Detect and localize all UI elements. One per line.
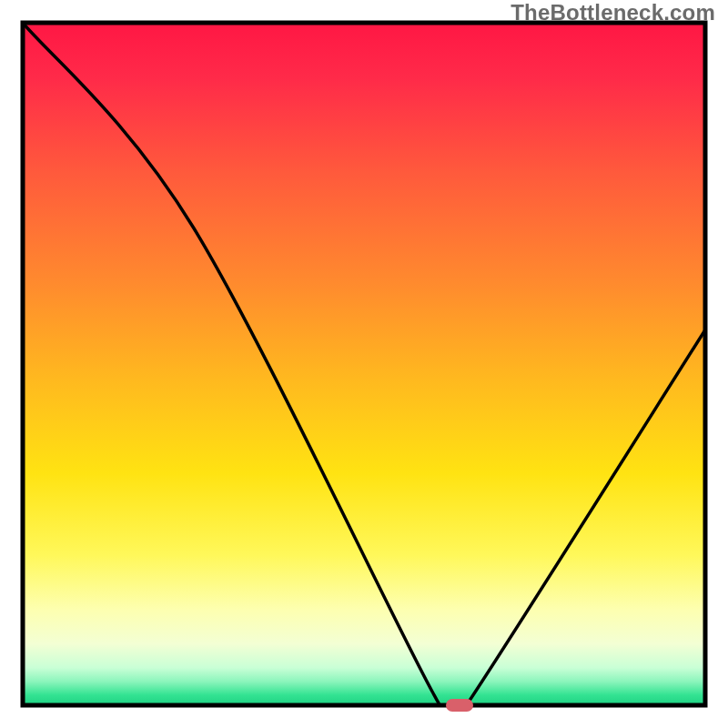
chart-svg: [0, 0, 728, 728]
watermark-text: TheBottleneck.com: [511, 0, 715, 25]
bottleneck-chart: TheBottleneck.com: [0, 0, 728, 728]
optimum-marker: [446, 699, 473, 712]
gradient-background: [23, 23, 705, 705]
